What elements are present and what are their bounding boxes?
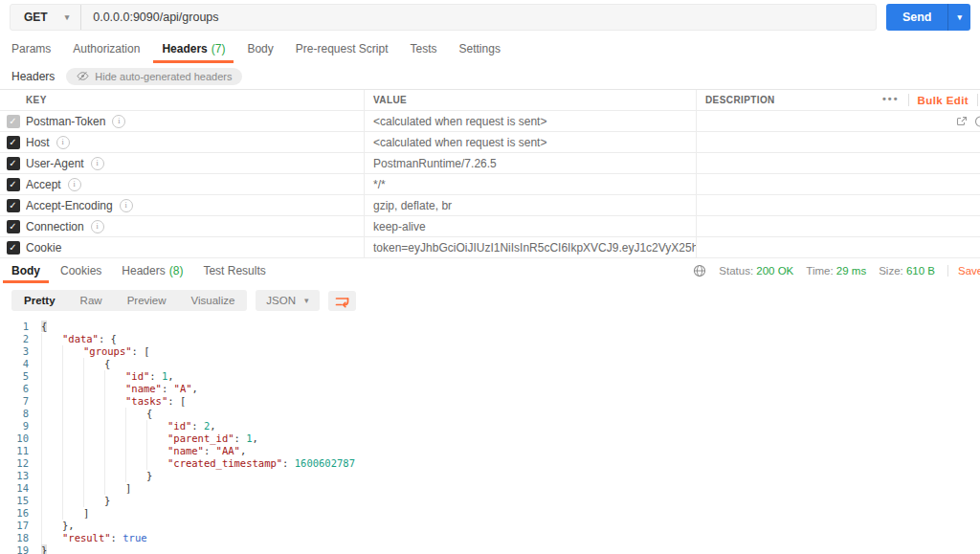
request-tab-settings[interactable]: Settings [459, 34, 501, 63]
info-icon[interactable]: i [112, 115, 125, 128]
row-actions-cell [880, 111, 980, 131]
info-icon[interactable]: i [68, 178, 81, 191]
request-tab-headers[interactable]: Headers(7) [162, 34, 225, 63]
row-checkbox[interactable]: ✓ [7, 199, 20, 212]
header-value-cell[interactable]: keep-alive [364, 216, 696, 236]
send-options-button[interactable]: ▾ [947, 4, 970, 31]
header-description-cell[interactable] [696, 216, 880, 236]
line-content: } [41, 544, 47, 554]
method-select[interactable]: GET ▾ [11, 5, 81, 30]
header-key-cell[interactable]: Accepti [26, 174, 364, 194]
request-tab-params[interactable]: Params [11, 34, 51, 63]
tab-label: Headers [162, 42, 207, 55]
header-description-cell[interactable] [696, 195, 880, 215]
header-value-cell[interactable]: PostmanRuntime/7.26.5 [364, 153, 696, 173]
divider [908, 94, 909, 106]
line-number: 15 [0, 495, 41, 507]
globe-icon[interactable] [693, 264, 706, 277]
header-key-cell[interactable]: Hosti [26, 132, 364, 152]
response-tab-cookies[interactable]: Cookies [60, 258, 101, 283]
format-select[interactable]: JSON ▾ [256, 290, 319, 311]
response-tab-test-results[interactable]: Test Results [203, 258, 265, 283]
token-key: "result" [62, 532, 111, 543]
header-value-cell[interactable]: <calculated when request is sent> [364, 132, 696, 152]
token-p: ] [83, 507, 89, 519]
indent-guide [62, 345, 83, 358]
header-description-cell[interactable] [696, 153, 880, 173]
header-key-cell[interactable]: Connectioni [26, 216, 364, 236]
indent-guide [104, 470, 125, 482]
response-body-json[interactable]: 1{2"data": {3"groups": [4{5"id": 1,6"nam… [0, 316, 980, 554]
row-checkbox[interactable]: ✓ [7, 157, 20, 170]
save-response-button[interactable]: Save [947, 265, 980, 277]
header-description-cell[interactable] [696, 174, 880, 194]
bulk-edit-button[interactable]: Bulk Edit [918, 95, 969, 106]
header-description-cell[interactable] [696, 237, 880, 257]
view-tab-pretty[interactable]: Pretty [11, 290, 68, 311]
more-options-icon[interactable]: ••• [882, 93, 900, 108]
header-value-cell[interactable]: */* [364, 174, 696, 194]
info-icon[interactable]: i [56, 136, 70, 149]
header-value-cell[interactable]: token=eyJhbGciOiJIUzI1NiIsInR5cCI6IkpXVC… [364, 237, 696, 257]
code-line: 7"tasks": [ [0, 395, 980, 408]
view-tab-visualize[interactable]: Visualize [179, 290, 248, 311]
header-value-cell[interactable]: gzip, deflate, br [364, 195, 696, 215]
view-tab-preview[interactable]: Preview [115, 290, 179, 311]
line-content: "parent_id": 1, [41, 432, 258, 445]
row-checkbox[interactable]: ✓ [7, 241, 20, 255]
token-p: , [167, 370, 173, 382]
row-checkbox[interactable]: ✓ [7, 115, 20, 128]
response-tab-headers[interactable]: Headers(8) [122, 258, 183, 283]
token-p: } [41, 544, 47, 554]
tab-label: Body [11, 264, 40, 277]
row-checkbox[interactable]: ✓ [7, 178, 20, 191]
response-meta: Status: 200 OK Time: 29 ms Size: 610 B S… [693, 258, 980, 283]
view-tab-raw[interactable]: Raw [68, 290, 115, 311]
indent-guide [125, 457, 146, 470]
url-input[interactable] [81, 5, 876, 30]
request-tab-body[interactable]: Body [247, 34, 273, 63]
line-content: "result": true [41, 532, 147, 544]
time-value: 29 ms [836, 265, 866, 277]
header-description-cell[interactable] [696, 111, 880, 131]
column-header-value: VALUE [364, 90, 696, 110]
response-tab-body[interactable]: Body [11, 258, 40, 283]
line-number: 18 [0, 532, 41, 544]
wrap-lines-button[interactable] [328, 291, 356, 311]
code-line: 13} [0, 470, 980, 482]
header-description-cell[interactable] [696, 132, 880, 152]
send-button[interactable]: Send ▾ [886, 4, 970, 31]
line-number: 8 [0, 408, 41, 420]
row-checkbox[interactable]: ✓ [7, 136, 20, 149]
request-tab-pre-request-script[interactable]: Pre-request Script [296, 34, 389, 63]
status-value: 200 OK [756, 265, 793, 277]
indent-guide [146, 432, 167, 445]
info-icon[interactable]: i [120, 199, 133, 212]
hide-auto-generated-headers-toggle[interactable]: Hide auto-generated headers [66, 68, 242, 85]
indent-guide [62, 395, 83, 408]
partial-circle-icon[interactable] [972, 116, 980, 127]
line-number: 9 [0, 420, 41, 432]
table-row: ✓Accepti*/* [0, 174, 980, 195]
token-key: "data" [62, 333, 99, 344]
header-key-cell[interactable]: Postman-Tokeni [26, 111, 364, 131]
token-key: "parent_id" [167, 432, 234, 444]
header-key-cell[interactable]: Accept-Encodingi [26, 195, 364, 215]
code-line: 10"parent_id": 1, [0, 432, 980, 445]
header-value-cell[interactable]: <calculated when request is sent> [364, 111, 696, 131]
info-icon[interactable]: i [91, 220, 104, 233]
indent-guide [41, 445, 62, 457]
row-checkbox[interactable]: ✓ [7, 220, 20, 233]
indent-guide [62, 432, 83, 445]
header-key-cell[interactable]: Cookie [26, 237, 364, 257]
line-content: ] [41, 482, 131, 495]
external-link-icon[interactable] [956, 116, 968, 127]
line-content: "id": 1, [41, 370, 174, 383]
indent-guide [104, 395, 125, 408]
info-icon[interactable]: i [91, 157, 104, 170]
indent-guide [62, 383, 83, 395]
request-tab-tests[interactable]: Tests [411, 34, 437, 63]
code-line: 5"id": 1, [0, 370, 980, 383]
header-key-cell[interactable]: User-Agenti [26, 153, 364, 173]
request-tab-authorization[interactable]: Authorization [73, 34, 140, 63]
